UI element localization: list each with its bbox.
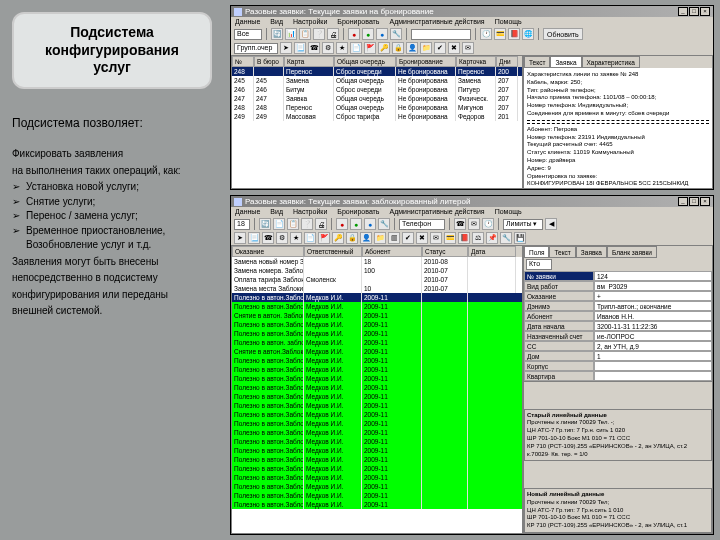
folder-icon[interactable]: 📁 [420, 42, 432, 54]
menu-item[interactable]: Бронировать [337, 18, 379, 26]
star-icon[interactable]: ★ [290, 232, 302, 244]
flag-red-icon[interactable]: ● [348, 28, 360, 40]
table-row[interactable]: 249249МассоваяСброс тарифаНе бронирована… [232, 112, 522, 121]
column-header[interactable]: Карта [284, 56, 334, 67]
phone-icon[interactable]: ☎ [262, 232, 274, 244]
property-row[interactable]: Корпус [524, 361, 712, 371]
id-input[interactable]: 18 [234, 219, 250, 230]
column-header[interactable]: Оказание [232, 246, 304, 257]
table-row[interactable]: Замена новый номер Заблокирован182010-08 [232, 257, 522, 266]
book-icon[interactable]: 📕 [508, 28, 520, 40]
key-icon[interactable]: 🔑 [378, 42, 390, 54]
print-icon[interactable]: 🖨 [315, 218, 327, 230]
close-button[interactable]: × [700, 197, 710, 206]
table-row[interactable]: Полезно в автон.ЗаблокированаМедков И.И.… [232, 293, 522, 302]
table-row[interactable]: Полезно в автон.ЗаблокированаМедков И.И.… [232, 473, 522, 482]
tab-request[interactable]: Заявка [576, 246, 607, 258]
refresh-button[interactable]: Обновить [543, 28, 583, 40]
column-header[interactable]: № [232, 56, 254, 67]
menu-item[interactable]: Помощь [495, 208, 522, 216]
property-row[interactable]: Оказание+ [524, 291, 712, 301]
type-select[interactable]: Телефон [399, 219, 445, 230]
flag-green-icon[interactable]: ● [362, 28, 374, 40]
chart-icon[interactable]: 📊 [285, 28, 297, 40]
column-header[interactable]: В бюро [254, 56, 284, 67]
scale-icon[interactable]: ⚖ [472, 232, 484, 244]
menu-item[interactable]: Настройки [293, 18, 327, 26]
table-row[interactable]: Полезно в автон.ЗаблокированаМедков И.И.… [232, 320, 522, 329]
menu-item[interactable]: Помощь [495, 18, 522, 26]
menu-item[interactable]: Данные [235, 18, 260, 26]
table-row[interactable]: Полезно в автон.ЗаблокированаМедков И.И.… [232, 302, 522, 311]
minimize-button[interactable]: _ [678, 197, 688, 206]
property-row[interactable]: № заявки124 [524, 271, 712, 281]
lock-icon[interactable]: 🔒 [346, 232, 358, 244]
maximize-button[interactable]: □ [689, 197, 699, 206]
table-row[interactable]: Полезно в автон.ЗаблокированаМедков И.И.… [232, 329, 522, 338]
table-row[interactable]: 245245ЗаменаОбщая очередьНе бронированаЗ… [232, 76, 522, 85]
table-row[interactable]: Полезно в автон.ЗаблокированаМедков И.И.… [232, 410, 522, 419]
copy-icon[interactable]: 📋 [287, 218, 299, 230]
tab-text[interactable]: Текст [549, 246, 575, 258]
tool-icon[interactable]: 🔧 [378, 218, 390, 230]
menu-item[interactable]: Данные [235, 208, 260, 216]
column-header[interactable]: Карточка [456, 56, 496, 67]
menu-item[interactable]: Бронировать [337, 208, 379, 216]
check-icon[interactable]: ✔ [402, 232, 414, 244]
table-row[interactable]: 247247ЗаявкаОбщая очередьНе бронированаФ… [232, 94, 522, 103]
gear-icon[interactable]: ⚙ [322, 42, 334, 54]
who-button[interactable]: Кто [526, 259, 552, 270]
flag-blue-icon[interactable]: ● [364, 218, 376, 230]
layers-icon[interactable]: ▥ [388, 232, 400, 244]
column-header[interactable]: Ответственный [304, 246, 362, 257]
table-row[interactable]: Полезно в автон.ЗаблокированаМедков И.И.… [232, 419, 522, 428]
table-row[interactable]: 248 ПереносСброс очередиНе бронированаПе… [232, 67, 522, 76]
minimize-button[interactable]: _ [678, 7, 688, 16]
card2-icon[interactable]: 💳 [444, 232, 456, 244]
property-row[interactable]: Дата начала3200-11-31 11:22:36 [524, 321, 712, 331]
limits-dropdown[interactable]: Лимиты ▾ [503, 219, 543, 230]
table-row[interactable]: Полезно в автон.ЗаблокированаМедков И.И.… [232, 401, 522, 410]
check-icon[interactable]: ✔ [434, 42, 446, 54]
doc-icon[interactable]: 📄 [273, 218, 285, 230]
table-row[interactable]: Полезно в автон.ЗаблокированаМедков И.И.… [232, 356, 522, 365]
gear-icon[interactable]: ⚙ [276, 232, 288, 244]
search-input[interactable] [411, 29, 471, 40]
menu-item[interactable]: Административные действия [389, 208, 484, 216]
table-row[interactable]: Снятие в автон.ЗаблокированаМедков И.И.2… [232, 347, 522, 356]
property-row[interactable]: Вид работвм_P3029 [524, 281, 712, 291]
pin-icon[interactable]: 📌 [486, 232, 498, 244]
menu-item[interactable]: Вид [270, 208, 283, 216]
flag-red-icon[interactable]: ● [336, 218, 348, 230]
titlebar[interactable]: Разовые заявки: Текущие заявки на бронир… [231, 6, 713, 17]
globe-icon[interactable]: 🌐 [522, 28, 534, 40]
table-row[interactable]: Полезно в автон.ЗаблокированаМедков И.И.… [232, 464, 522, 473]
key-icon[interactable]: 🔑 [332, 232, 344, 244]
table-row[interactable]: Полезно в автон.ЗаблокированаМедков И.И.… [232, 500, 522, 509]
table-row[interactable]: Полезно в автон.ЗаблокированаМедков И.И.… [232, 455, 522, 464]
list-icon[interactable]: 📃 [294, 42, 306, 54]
doc-icon[interactable]: 📄 [350, 42, 362, 54]
filter-select[interactable]: Все [234, 29, 262, 40]
column-header[interactable]: Бронирование [396, 56, 456, 67]
close-button[interactable]: × [700, 7, 710, 16]
help-icon[interactable]: ❔ [313, 28, 325, 40]
print-icon[interactable]: 🖨 [327, 28, 339, 40]
table-row[interactable]: Полезно в автон.ЗаблокированаМедков И.И.… [232, 428, 522, 437]
flag-blue-icon[interactable]: ● [376, 28, 388, 40]
tab-characteristic[interactable]: Характеристика [582, 56, 640, 68]
flag-icon[interactable]: 🚩 [364, 42, 376, 54]
menu-item[interactable]: Вид [270, 18, 283, 26]
table-row[interactable]: Замена номера. Заблокирован1002010-07 [232, 266, 522, 275]
table-row[interactable]: Полезно в автон.ЗаблокированаМедков И.И.… [232, 365, 522, 374]
tab-fields[interactable]: Поля [524, 246, 549, 258]
tab-form[interactable]: Бланк заявки [607, 246, 657, 258]
table-row[interactable]: Замена места Заблокирован102010-07 [232, 284, 522, 293]
user-icon[interactable]: 👤 [406, 42, 418, 54]
grid[interactable]: ОказаниеОтветственныйАбонентСтатусДата З… [231, 245, 523, 534]
clock-icon[interactable]: 🕐 [480, 28, 492, 40]
table-row[interactable]: Полезно в автон.ЗаблокированаМедков И.И.… [232, 482, 522, 491]
book-icon[interactable]: 📕 [458, 232, 470, 244]
menu-item[interactable]: Административные действия [389, 18, 484, 26]
back-icon[interactable]: ◀ [545, 218, 557, 230]
